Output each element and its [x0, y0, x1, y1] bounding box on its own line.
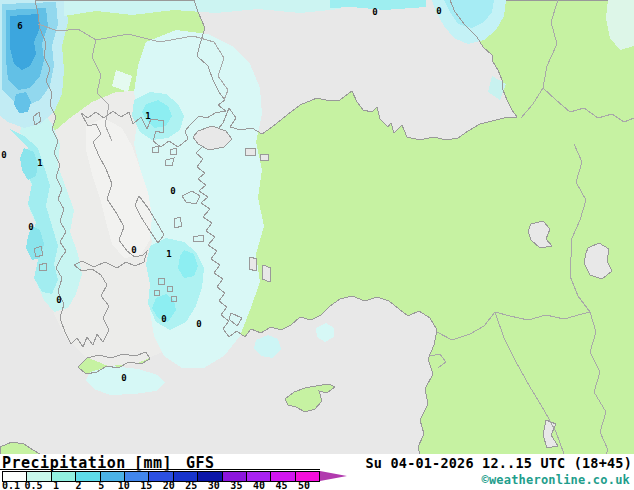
scale-tick-label: 45: [275, 481, 287, 490]
scale-tick-label: 10: [118, 481, 130, 490]
legend-underline: [0, 469, 320, 470]
timestamp: Su 04-01-2026 12..15 UTC (18+45): [366, 455, 633, 471]
scale-tick-label: 50: [298, 481, 310, 490]
scale-tick-label: 25: [185, 481, 197, 490]
precipitation-map: 60010100010000: [0, 0, 634, 454]
lake-sw-a: [249, 257, 257, 271]
lake-nw-a: [245, 148, 256, 156]
scale-tick-label: 40: [253, 481, 265, 490]
scale-tick-label: 15: [140, 481, 152, 490]
legend-bar: Precipitation[mm]GFS 0.10.51251015202530…: [0, 454, 634, 490]
scale-tick-label: 0.1: [2, 481, 20, 490]
scale-tick-label: 1: [53, 481, 59, 490]
scale-tick-label: 5: [98, 481, 104, 490]
weather-map-page: { "map": { "colors": { "sea": "#e8e8e8",…: [0, 0, 634, 490]
copyright: ©weatheronline.co.uk: [482, 473, 631, 487]
scale-tick-label: 2: [76, 481, 82, 490]
scale-tick-labels: 0.10.5125101520253035404550: [2, 481, 332, 490]
scale-tick-label: 0.5: [25, 481, 43, 490]
lake-sw-b: [262, 265, 271, 282]
scale-tick-label: 35: [230, 481, 242, 490]
scale-tick-label: 30: [208, 481, 220, 490]
scale-tick-label: 20: [163, 481, 175, 490]
map-graphic: [0, 0, 634, 454]
lake-nw-b: [260, 154, 269, 161]
